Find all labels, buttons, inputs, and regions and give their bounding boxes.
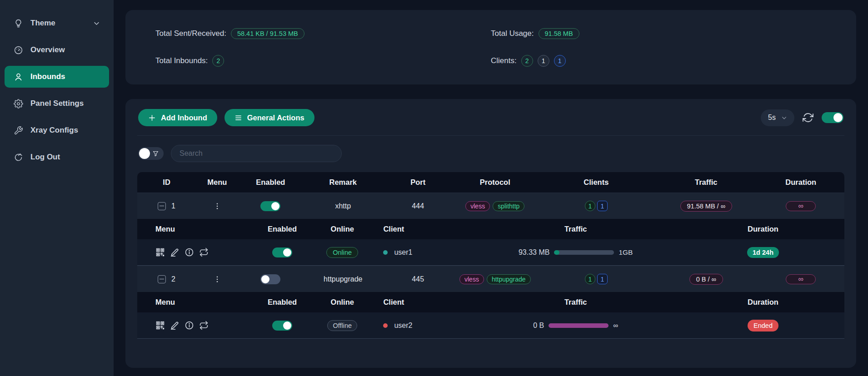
client-duration-badge: Ended	[748, 320, 778, 331]
protocol-tag: vless	[465, 201, 490, 211]
client-enabled-toggle[interactable]	[272, 247, 292, 257]
stat-clients: Clients: 2 1 1	[491, 54, 826, 67]
inbounds-table: ID Menu Enabled Remark Port Protocol Cli…	[137, 172, 844, 339]
info-circle-icon[interactable]	[185, 321, 194, 330]
inbound-port: 444	[383, 193, 452, 219]
add-inbound-button[interactable]: Add Inbound	[138, 109, 217, 126]
qr-code-icon[interactable]	[155, 247, 165, 257]
client-duration-cell: Ended	[682, 312, 844, 338]
plus-icon	[148, 114, 156, 122]
qr-code-icon[interactable]	[155, 321, 165, 330]
inbound-id: 2	[171, 275, 175, 283]
col-header-id: ID	[137, 172, 196, 193]
search-row	[137, 136, 844, 172]
edit-pencil-icon[interactable]	[170, 247, 180, 257]
collapse-row-icon[interactable]	[158, 202, 166, 210]
search-input[interactable]	[171, 145, 342, 162]
traffic-quota: ∞	[613, 322, 618, 330]
stat-label: Total Inbounds:	[155, 56, 208, 65]
duration-pill: ∞	[786, 201, 816, 211]
stat-total-usage: Total Usage: 91.58 MB	[491, 27, 826, 40]
sidebar-item-label: Xray Configs	[30, 126, 100, 135]
filter-toggle[interactable]	[138, 147, 164, 160]
client-enabled-cell	[250, 312, 314, 338]
inbound-enabled-toggle[interactable]	[260, 274, 280, 284]
inbound-port: 445	[383, 266, 452, 292]
sidebar-item-inbounds[interactable]: Inbounds	[5, 66, 109, 88]
auto-refresh-toggle[interactable]	[822, 112, 843, 123]
sub-header-duration: Duration	[682, 219, 844, 239]
wrench-icon	[14, 126, 23, 135]
gauge-icon	[14, 45, 23, 55]
client-status-dot	[383, 250, 388, 255]
inbound-duration-cell: ∞	[758, 193, 844, 219]
client-name-cell: user1	[370, 239, 469, 265]
general-actions-button[interactable]: General Actions	[224, 109, 314, 126]
client-table-header-row: Menu Enabled Online Client Traffic Durat…	[137, 292, 844, 312]
sidebar-item-xray-configs[interactable]: Xray Configs	[5, 119, 109, 141]
sidebar-item-overview[interactable]: Overview	[5, 39, 109, 61]
edit-pencil-icon[interactable]	[170, 321, 180, 330]
col-header-clients: Clients	[538, 172, 655, 193]
inbound-id-cell: 2	[137, 266, 196, 292]
sub-header-client: Client	[370, 219, 469, 239]
gear-icon	[14, 99, 23, 109]
sidebar-item-label: Theme	[30, 19, 86, 28]
total-inbounds-badge: 2	[212, 55, 224, 67]
client-name-cell: user2	[370, 312, 469, 338]
refresh-icon[interactable]	[803, 112, 813, 123]
chevron-down-icon	[93, 20, 100, 27]
toolbar-right: 5s	[761, 109, 843, 126]
sub-header-traffic: Traffic	[469, 219, 682, 239]
stats-right-column: Total Usage: 91.58 MB Clients: 2 1 1	[491, 27, 826, 67]
toolbar: Add Inbound General Actions 5s	[137, 108, 844, 136]
sidebar-item-logout[interactable]: Log Out	[5, 146, 109, 168]
clients-online-badge: 1	[597, 201, 608, 211]
online-status-badge: Offline	[327, 320, 357, 331]
traffic-pill: 0 B / ∞	[689, 274, 723, 285]
vertical-dots-icon[interactable]	[213, 275, 221, 283]
hamburger-icon	[234, 114, 242, 122]
stats-card: Total Sent/Received: 58.41 KB / 91.53 MB…	[125, 10, 856, 84]
client-enabled-toggle[interactable]	[272, 321, 292, 331]
refresh-interval-value: 5s	[768, 114, 776, 122]
inbound-menu-cell	[196, 266, 238, 292]
inbound-enabled-toggle[interactable]	[260, 201, 280, 211]
person-icon	[14, 72, 23, 82]
stat-label: Total Sent/Received:	[155, 29, 226, 38]
table-header-row: ID Menu Enabled Remark Port Protocol Cli…	[137, 172, 844, 193]
general-actions-label: General Actions	[247, 114, 304, 122]
sub-header-traffic: Traffic	[469, 292, 682, 312]
collapse-row-icon[interactable]	[158, 275, 166, 283]
sent-received-badge: 58.41 KB / 91.53 MB	[231, 28, 304, 39]
client-online-cell: Online	[314, 239, 370, 265]
vertical-dots-icon[interactable]	[213, 202, 221, 210]
col-header-protocol: Protocol	[453, 172, 538, 193]
info-circle-icon[interactable]	[185, 247, 194, 257]
main-content: Total Sent/Received: 58.41 KB / 91.53 MB…	[114, 0, 868, 376]
sidebar-item-theme[interactable]: Theme	[5, 12, 109, 34]
traffic-progress-bar	[549, 323, 609, 328]
client-table-header-row: Menu Enabled Online Client Traffic Durat…	[137, 219, 844, 239]
funnel-icon	[152, 150, 159, 157]
client-duration-badge: 1d 24h	[747, 247, 779, 258]
col-header-duration: Duration	[758, 172, 844, 193]
repeat-icon[interactable]	[199, 321, 209, 330]
sub-header-online: Online	[314, 219, 370, 239]
clients-deactivated-badge: 1	[538, 55, 549, 67]
inbound-protocol-cell: vless splithttp	[453, 193, 538, 219]
sidebar: Theme Overview Inbounds Panel Settings X…	[0, 0, 114, 376]
sidebar-item-panel-settings[interactable]: Panel Settings	[5, 93, 109, 114]
client-row: Offline user2 0 B ∞ Ended	[137, 312, 844, 339]
client-status-dot	[383, 323, 388, 328]
sub-header-enabled: Enabled	[250, 292, 314, 312]
sub-header-duration: Duration	[682, 292, 844, 312]
inbound-row: 2 httpupgrade 445 vless httpupgrade 1 1	[137, 266, 844, 292]
inbound-protocol-cell: vless httpupgrade	[453, 266, 538, 292]
client-name: user1	[394, 248, 412, 257]
repeat-icon[interactable]	[199, 247, 209, 257]
sidebar-item-label: Panel Settings	[30, 99, 100, 108]
refresh-interval-select[interactable]: 5s	[761, 109, 794, 126]
client-traffic-cell: 93.33 MB 1GB	[469, 239, 682, 265]
traffic-pill: 91.58 MB / ∞	[680, 201, 733, 212]
